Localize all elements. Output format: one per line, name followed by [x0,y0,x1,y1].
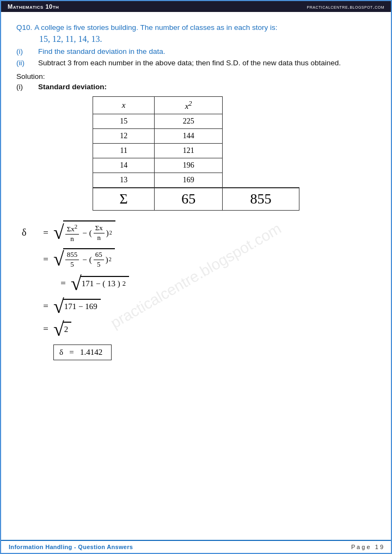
x2-val: 144 [155,128,223,143]
equals-5: = [38,323,53,336]
paren-frac-1: ( Σx n ) 2 [89,224,112,243]
table-header-row: x x2 [93,96,299,114]
sub-ii-text: Subtract 3 from each number in the above… [38,59,341,67]
formula-row-1: δ = √ Σx2 n − ( Σx n [22,220,376,245]
sqrt-expr-2: √ 855 5 − ( 65 5 ) [53,248,115,270]
sub-i-text: Find the standard deviation in the data. [38,47,165,56]
equals-3: = [56,277,71,290]
x2-val: 225 [155,114,223,128]
sqrt-content-3: 171 − ( 13 )2 [81,276,129,291]
table-row: 11121 [93,143,299,158]
sigma-cell: Σ [93,188,155,211]
solution-sub-i-num: (i) [16,83,33,91]
sub-ii-num: (ii) [16,59,33,67]
col2-header: x2 [155,96,223,114]
frac-sigma-x2-n: Σx2 n [65,223,79,244]
equals-4: = [38,300,53,313]
sub-i-num: (i) [16,47,33,56]
formula-row-4: δ = √ 171 − 169 [22,297,376,316]
data-table: x x2 1522512144111211419613169 Σ 65 855 [93,96,299,211]
table-row: 13169 [93,173,299,188]
x-val: 12 [93,128,155,143]
equals-2: = [38,253,53,266]
x2-val: 196 [155,158,223,173]
col1-header: x [93,96,155,114]
solution-sub-i-bold: Standard deviation: [38,83,107,91]
x-val: 14 [93,158,155,173]
delta-symbol-1: δ [22,226,38,239]
question-text1: A college is five stories building. The … [34,22,277,34]
paren-frac-2: ( 65 5 ) 2 [89,250,112,269]
footer: Information Handling - Question Answers … [1,540,391,553]
sqrt-expr-5: √ 2 [53,319,71,339]
page: Mathematics 10th practicalcentre.blogspo… [0,0,392,554]
frac-855-5: 855 5 [65,250,79,269]
sqrt-expr-4: √ 171 − 169 [53,297,101,316]
solution-label: Solution: [16,72,376,81]
formula-section: δ = √ Σx2 n − ( Σx n [16,220,376,360]
frac-65-5: 65 5 [94,250,104,269]
content: practicalcentre.blogspot.com Q10. A coll… [1,12,391,540]
sigma-row: Σ 65 855 [93,188,299,211]
footer-right: P a g e 1 9 [351,544,383,550]
solution-sub-i: (i) Standard deviation: [16,83,376,91]
frac-sigma-x-n: Σx n [94,224,105,243]
header: Mathematics 10th practicalcentre.blogspo… [1,1,391,12]
sqrt-expr-3: √ 171 − ( 13 )2 [71,274,129,293]
x-val: 13 [93,173,155,188]
table-row: 15225 [93,114,299,128]
question-q10: Q10. A college is five stories building.… [16,22,376,34]
footer-left: Information Handling - Question Answers [9,544,133,550]
header-title: Mathematics 10th [8,3,59,10]
header-url: practicalcentre.blogspot.com [307,4,384,10]
formula-row-6: δ = δ = 1.4142 [22,342,376,360]
data-line: 15, 12, 11, 14, 13. [39,34,102,44]
table-row: 14196 [93,158,299,173]
x2-val: 121 [155,143,223,158]
formula-row-5: δ = √ 2 [22,319,376,339]
formula-row-3: = √ 171 − ( 13 )2 [56,274,376,293]
sqrt-content-4: 171 − 169 [63,299,101,313]
x-val: 15 [93,114,155,128]
x2-val: 169 [155,173,223,188]
sqrt-content-2: 855 5 − ( 65 5 ) 2 [63,248,115,270]
question-data-line: 15, 12, 11, 14, 13. [39,34,376,44]
table-wrapper: x x2 1522512144111211419613169 Σ 65 855 [16,96,376,211]
question-number: Q10. [16,22,32,34]
x-sum: 65 [155,188,223,211]
boxed-result: δ = 1.4142 [53,344,112,360]
sqrt-expr-1: √ Σx2 n − ( Σx n ) [53,220,115,245]
sqrt-content-5: 2 [63,322,72,336]
table-row: 12144 [93,128,299,143]
x2-sum: 855 [222,188,299,211]
sqrt-content-1: Σx2 n − ( Σx n ) 2 [63,220,115,245]
formula-row-2: δ = √ 855 5 − ( 65 5 [22,248,376,270]
equals-1: = [38,226,53,239]
sub-item-i: (i) Find the standard deviation in the d… [16,47,376,56]
sub-item-ii: (ii) Subtract 3 from each number in the … [16,59,376,67]
x-val: 11 [93,143,155,158]
